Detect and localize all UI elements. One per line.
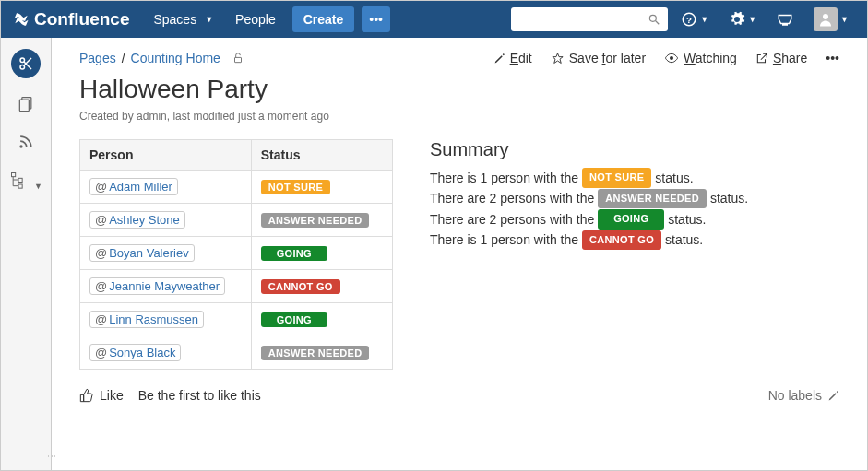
svg-line-1 [656, 21, 660, 25]
status-badge: ANSWER NEEDED [261, 346, 370, 360]
share-button[interactable]: Share [755, 51, 807, 65]
gear-icon [729, 11, 745, 28]
status-badge: CANNOT GO [582, 230, 661, 251]
user-mention[interactable]: @Linn Rasmussen [89, 311, 204, 328]
table-row: @Ashley StoneANSWER NEEDED [80, 204, 393, 237]
svg-rect-14 [18, 184, 22, 188]
table-row: @Jeannie MayweatherCANNOT GO [80, 270, 393, 303]
save-for-later-button[interactable]: Save for later [551, 51, 646, 65]
col-status: Status [251, 140, 392, 171]
status-badge: ANSWER NEEDED [598, 189, 707, 209]
tree-icon [9, 171, 28, 189]
chevron-down-icon: ▼ [205, 15, 213, 24]
user-mention[interactable]: @Boyan Valeriev [89, 244, 195, 262]
svg-rect-10 [19, 100, 29, 112]
pages-icon [17, 95, 35, 113]
col-person: Person [80, 140, 252, 171]
svg-rect-13 [18, 178, 22, 182]
main-content: Pages / Counting Home Edit Save for late… [52, 38, 867, 470]
settings-button[interactable]: ▼ [721, 6, 764, 33]
chevron-down-icon: ▼ [700, 15, 708, 24]
sidebar-pages[interactable] [17, 95, 35, 116]
app-name: Confluence [34, 9, 129, 29]
breadcrumb-root[interactable]: Pages [79, 51, 116, 65]
confluence-logo[interactable]: Confluence [12, 9, 129, 29]
summary-line: There are 2 persons with the GOING statu… [430, 209, 748, 230]
labels-section: No labels [768, 388, 839, 403]
svg-point-11 [19, 145, 22, 147]
svg-rect-12 [12, 173, 16, 177]
profile-button[interactable]: ▼ [806, 2, 856, 37]
status-badge: GOING [598, 209, 664, 230]
sidebar-blog[interactable] [17, 133, 35, 154]
ellipsis-icon: ••• [826, 51, 839, 65]
page-meta: Created by admin, last modified just a m… [79, 110, 839, 123]
user-mention[interactable]: @Ashley Stone [89, 211, 185, 229]
summary-line: There is 1 person with the CANNOT GO sta… [430, 230, 748, 250]
page-title: Halloween Party [79, 75, 839, 104]
attendance-table: Person Status @Adam MillerNOT SURE@Ashle… [79, 139, 393, 370]
chevron-down-icon: ▼ [748, 15, 756, 24]
svg-point-0 [650, 15, 657, 21]
help-icon: ? [681, 11, 697, 28]
more-actions-button[interactable]: ••• [826, 51, 839, 65]
share-icon [755, 52, 768, 65]
unlock-icon[interactable] [232, 52, 244, 65]
breadcrumb-parent[interactable]: Counting Home [131, 51, 220, 65]
confluence-icon [12, 10, 30, 29]
pencil-icon [493, 53, 505, 65]
eye-icon [664, 51, 679, 65]
nav-spaces[interactable]: Spaces▼ [144, 6, 222, 32]
chevron-down-icon: ▼ [840, 15, 849, 24]
ellipsis-icon: ••• [369, 12, 383, 27]
breadcrumb: Pages / Counting Home [79, 51, 244, 65]
like-button[interactable]: Like [79, 388, 124, 403]
status-badge: GOING [261, 312, 327, 327]
notifications-button[interactable] [769, 6, 801, 33]
search-input[interactable] [511, 7, 668, 31]
create-more-button[interactable]: ••• [362, 6, 390, 32]
search-icon [648, 13, 660, 26]
watching-button[interactable]: Watching [664, 51, 737, 65]
nav-people[interactable]: People [226, 6, 285, 32]
table-row: @Boyan ValerievGOING [80, 237, 393, 270]
create-button[interactable]: Create [292, 6, 355, 32]
status-badge: GOING [261, 246, 327, 261]
thumbs-up-icon [79, 388, 94, 403]
sidebar-drag-handle[interactable]: ⋮ [47, 452, 57, 461]
table-row: @Adam MillerNOT SURE [80, 171, 393, 204]
primary-nav: Spaces▼ People Create ••• [144, 6, 390, 32]
svg-rect-15 [234, 57, 241, 62]
like-prompt: Be the first to like this [138, 388, 261, 403]
page-footer: Like Be the first to like this No labels [79, 388, 839, 403]
svg-text:?: ? [686, 15, 692, 25]
left-sidebar: ▼ [1, 38, 52, 470]
summary-line: There is 1 person with the NOT SURE stat… [430, 168, 748, 188]
edit-labels-icon[interactable] [827, 390, 839, 402]
app-header: Confluence Spaces▼ People Create ••• ? ▼… [1, 1, 867, 38]
avatar-icon [814, 7, 838, 31]
sidebar-tree[interactable]: ▼ [9, 171, 42, 192]
status-badge: CANNOT GO [261, 279, 340, 294]
status-badge: ANSWER NEEDED [261, 213, 370, 228]
svg-point-16 [670, 56, 673, 60]
status-badge: NOT SURE [582, 168, 651, 188]
user-mention[interactable]: @Jeannie Mayweather [89, 277, 225, 295]
scissors-icon [18, 55, 34, 72]
tray-icon [777, 11, 793, 28]
status-badge: NOT SURE [261, 180, 330, 194]
user-mention[interactable]: @Adam Miller [89, 178, 178, 195]
space-logo[interactable] [11, 49, 41, 78]
table-row: @Sonya BlackANSWER NEEDED [80, 336, 393, 370]
edit-button[interactable]: Edit [493, 51, 532, 65]
chevron-down-icon: ▼ [34, 182, 42, 191]
help-button[interactable]: ? ▼ [673, 6, 716, 33]
table-row: @Linn RasmussenGOING [80, 303, 393, 336]
summary-line: There are 2 persons with the ANSWER NEED… [430, 188, 748, 208]
svg-point-4 [823, 14, 828, 19]
rss-icon [17, 133, 35, 151]
summary-heading: Summary [430, 139, 748, 160]
star-icon [551, 52, 565, 65]
user-mention[interactable]: @Sonya Black [89, 344, 181, 361]
summary-section: Summary There is 1 person with the NOT S… [430, 139, 748, 251]
